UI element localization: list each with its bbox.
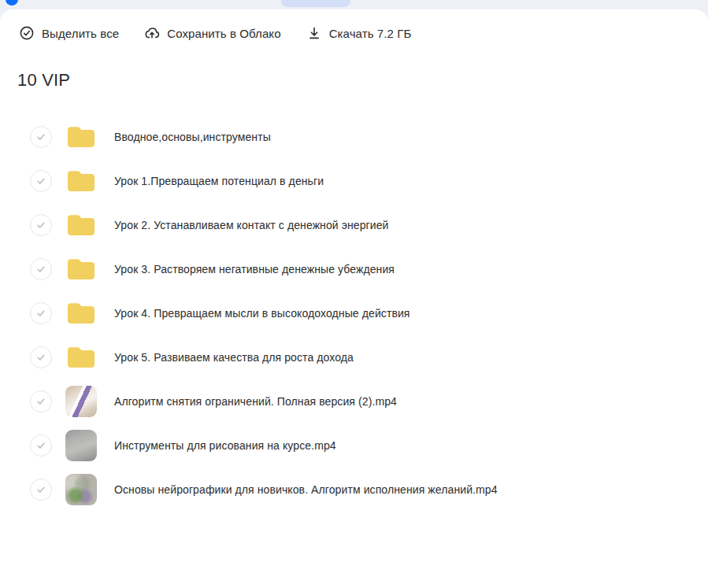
folder-icon: [65, 257, 97, 282]
folder-icon: [65, 124, 97, 150]
row-checkbox[interactable]: [30, 302, 52, 324]
row-checkbox[interactable]: [30, 346, 52, 368]
cloud-upload-icon: [144, 25, 160, 41]
row-checkbox[interactable]: [30, 390, 52, 412]
folder-icon: [65, 301, 97, 326]
file-row[interactable]: Основы нейрографики для новичков. Алгори…: [30, 468, 708, 512]
row-checkbox[interactable]: [30, 214, 52, 236]
video-thumbnail: [65, 430, 97, 461]
file-name[interactable]: Урок 3. Растворяем негативные денежные у…: [114, 263, 395, 276]
favicon-dot-icon: [6, 0, 18, 6]
folder-icon: [65, 168, 97, 194]
top-pill: [281, 0, 350, 7]
check-icon: [35, 220, 46, 231]
file-row[interactable]: Урок 3. Растворяем негативные денежные у…: [30, 247, 708, 291]
file-name[interactable]: Урок 2. Устанавливаем контакт с денежной…: [114, 219, 389, 231]
file-name[interactable]: Урок 1.Превращаем потенциал в деньги: [114, 175, 324, 187]
row-checkbox[interactable]: [30, 435, 52, 457]
check-icon: [35, 308, 46, 319]
folder-icon: [65, 213, 97, 238]
file-name[interactable]: Урок 4. Превращаем мысли в высокодоходны…: [114, 307, 410, 320]
file-row[interactable]: Урок 2. Устанавливаем контакт с денежной…: [30, 203, 708, 247]
file-name[interactable]: Основы нейрографики для новичков. Алгори…: [114, 483, 498, 496]
download-label: Скачать 7.2 ГБ: [329, 27, 412, 40]
file-row[interactable]: Урок 4. Превращаем мысли в высокодоходны…: [30, 291, 708, 335]
toolbar: Выделить все Сохранить в Облако Скачать …: [0, 9, 708, 41]
file-row[interactable]: Алгоритм снятия ограничений. Полная верс…: [30, 379, 708, 423]
check-icon: [35, 440, 46, 451]
save-to-cloud-button[interactable]: Сохранить в Облако: [144, 25, 280, 41]
select-all-label: Выделить все: [42, 27, 119, 40]
file-name[interactable]: Вводное,основы,инструменты: [114, 131, 271, 143]
page-title: 10 VIP: [17, 70, 708, 91]
check-icon: [35, 352, 46, 363]
file-name[interactable]: Алгоритм снятия ограничений. Полная верс…: [114, 395, 397, 408]
folder-icon: [65, 345, 97, 370]
check-icon: [35, 484, 46, 495]
save-to-cloud-label: Сохранить в Облако: [167, 27, 280, 40]
video-thumbnail: [65, 474, 97, 505]
file-name[interactable]: Урок 5. Развиваем качества для роста дох…: [114, 351, 354, 364]
select-all-button[interactable]: Выделить все: [19, 25, 119, 41]
file-row[interactable]: Урок 5. Развиваем качества для роста дох…: [30, 335, 708, 379]
row-checkbox[interactable]: [30, 170, 52, 192]
download-button[interactable]: Скачать 7.2 ГБ: [306, 25, 412, 41]
check-icon: [35, 396, 46, 407]
file-name[interactable]: Инструменты для рисования на курсе.mp4: [114, 439, 336, 452]
row-checkbox[interactable]: [30, 479, 52, 501]
check-icon: [35, 176, 46, 187]
video-thumbnail: [65, 386, 97, 417]
file-list: Вводное,основы,инструменты Урок 1.Превра…: [0, 115, 708, 512]
row-checkbox[interactable]: [30, 126, 52, 148]
check-circle-icon: [19, 25, 35, 41]
file-panel: Выделить все Сохранить в Облако Скачать …: [0, 9, 708, 588]
download-icon: [306, 25, 322, 41]
file-row[interactable]: Инструменты для рисования на курсе.mp4: [30, 423, 708, 468]
check-icon: [35, 131, 46, 142]
file-row[interactable]: Урок 1.Превращаем потенциал в деньги: [30, 159, 708, 203]
row-checkbox[interactable]: [30, 258, 52, 280]
file-row[interactable]: Вводное,основы,инструменты: [30, 115, 708, 159]
browser-top-strip: [0, 0, 708, 9]
check-icon: [35, 264, 46, 275]
